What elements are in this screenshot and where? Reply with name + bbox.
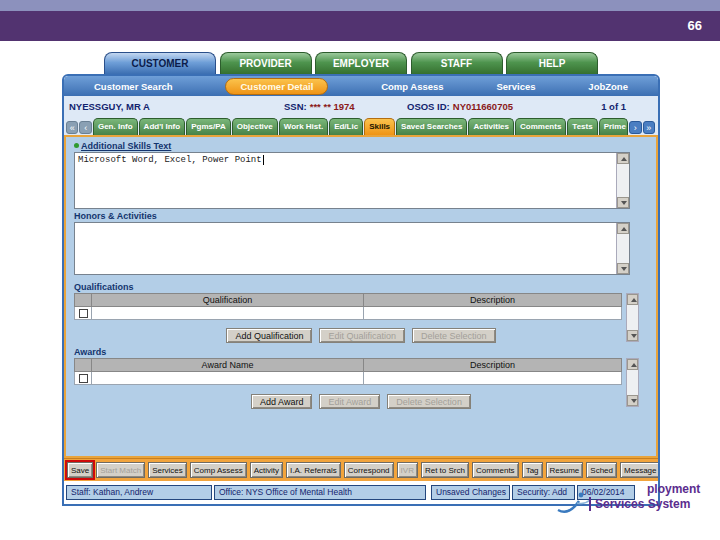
- scroll-up-icon[interactable]: [617, 223, 629, 234]
- subtab-gen-info[interactable]: Gen. Info: [93, 118, 138, 135]
- subtab-comments[interactable]: Comments: [515, 118, 566, 135]
- scroll-down-icon[interactable]: [617, 263, 629, 274]
- qual-description-column-header: Description: [364, 293, 622, 307]
- edit-award-button: Edit Award: [319, 394, 380, 409]
- subtab-first-icon[interactable]: «: [66, 121, 78, 134]
- scroll-up-icon[interactable]: [617, 153, 629, 164]
- subtab-ed-lic[interactable]: Ed/Lic: [329, 118, 363, 135]
- save-button[interactable]: Save: [67, 462, 93, 478]
- subtab-work-hist[interactable]: Work Hist.: [279, 118, 328, 135]
- customer-name: NYESSGUY, MR A: [69, 101, 284, 112]
- tag-button[interactable]: Tag: [522, 462, 543, 478]
- table-row-select-cell: [74, 307, 92, 320]
- detail-subtab-bar: « ‹ Gen. Info Add'l Info Pgms/PA Objecti…: [64, 116, 658, 135]
- textarea-scrollbar[interactable]: [616, 153, 629, 208]
- award-name-column-header: Award Name: [92, 358, 364, 372]
- add-award-button[interactable]: Add Award: [251, 394, 312, 409]
- nav-services[interactable]: Services: [496, 81, 535, 92]
- status-unsaved-changes: Unsaved Changes: [431, 485, 510, 500]
- delete-qualification-button: Delete Selection: [412, 328, 496, 343]
- resume-button[interactable]: Resume: [546, 462, 584, 478]
- table-scrollbar[interactable]: [626, 293, 639, 342]
- awards-table: Award Name Description: [74, 358, 622, 385]
- tab-staff[interactable]: STAFF: [411, 52, 503, 74]
- scroll-down-icon[interactable]: [627, 395, 638, 406]
- qual-name-cell[interactable]: [92, 307, 364, 320]
- subtab-objective[interactable]: Objective: [232, 118, 278, 135]
- slide-page-number: 66: [688, 18, 702, 33]
- osos-application-window: CUSTOMER PROVIDER EMPLOYER STAFF HELP Cu…: [62, 52, 660, 506]
- add-qualification-button[interactable]: Add Qualification: [226, 328, 312, 343]
- subtab-last-icon[interactable]: »: [643, 121, 655, 134]
- subtab-skills[interactable]: Skills: [364, 118, 395, 135]
- qualifications-table: Qualification Description: [74, 293, 622, 320]
- textarea-scrollbar[interactable]: [616, 223, 629, 274]
- table-row-select-cell: [74, 372, 92, 385]
- qualification-buttons: Add Qualification Edit Qualification Del…: [66, 328, 656, 343]
- return-to-search-button[interactable]: Ret to Srch: [421, 462, 469, 478]
- scroll-down-icon[interactable]: [627, 330, 638, 341]
- award-select-column-header: [74, 358, 92, 372]
- customer-ssn: SSN:*** ** 1974: [284, 101, 389, 112]
- slide: 66 CUSTOMER PROVIDER EMPLOYER STAFF HELP…: [0, 0, 720, 540]
- tab-help[interactable]: HELP: [506, 52, 598, 74]
- start-match-button: Start Match: [96, 462, 145, 478]
- row-checkbox[interactable]: [79, 309, 88, 318]
- tab-provider[interactable]: PROVIDER: [220, 52, 312, 74]
- table-scrollbar[interactable]: [626, 358, 639, 407]
- award-buttons: Add Award Edit Award Delete Selection: [66, 394, 656, 409]
- honors-activities-label: Honors & Activities: [74, 211, 656, 221]
- scroll-up-icon[interactable]: [627, 359, 638, 370]
- subtab-saved-searches[interactable]: Saved Searches: [396, 118, 467, 135]
- required-field-icon: [74, 143, 79, 148]
- comp-assess-button[interactable]: Comp Assess: [190, 462, 247, 478]
- services-button[interactable]: Services: [148, 462, 187, 478]
- status-office: Office: NYS Office of Mental Health: [214, 485, 426, 500]
- award-description-cell[interactable]: [364, 372, 622, 385]
- text-caret: [263, 155, 264, 165]
- subtab-prev-icon[interactable]: ‹: [79, 121, 91, 134]
- subtab-activities[interactable]: Activities: [468, 118, 514, 135]
- subtab-pgms-pa[interactable]: Pgms/PA: [186, 118, 231, 135]
- awards-label: Awards: [74, 347, 656, 357]
- edit-qualification-button: Edit Qualification: [319, 328, 405, 343]
- module-nav-bar: Customer Search Customer Detail Comp Ass…: [64, 76, 658, 96]
- action-toolbar: Save Start Match Services Comp Assess Ac…: [64, 458, 658, 481]
- activity-button[interactable]: Activity: [250, 462, 283, 478]
- additional-skills-textarea[interactable]: Microsoft Word, Excel, Power Point: [74, 152, 630, 209]
- slide-header-bar: 66: [0, 11, 720, 41]
- honors-activities-textarea[interactable]: [74, 222, 630, 275]
- qual-select-column-header: [74, 293, 92, 307]
- additional-skills-label: Additional Skills Text: [74, 141, 656, 151]
- award-description-column-header: Description: [364, 358, 622, 372]
- nav-comp-assess[interactable]: Comp Assess: [381, 81, 443, 92]
- message-button[interactable]: Message: [620, 462, 660, 478]
- status-staff: Staff: Kathan, Andrew: [66, 485, 212, 500]
- qual-description-cell[interactable]: [364, 307, 622, 320]
- scroll-up-icon[interactable]: [627, 294, 638, 305]
- tab-customer[interactable]: CUSTOMER: [104, 52, 216, 74]
- main-tab-bar: CUSTOMER PROVIDER EMPLOYER STAFF HELP: [62, 52, 660, 74]
- nav-jobzone[interactable]: JobZone: [588, 81, 628, 92]
- tab-employer[interactable]: EMPLOYER: [315, 52, 407, 74]
- correspond-button[interactable]: Correspond: [344, 462, 394, 478]
- row-checkbox[interactable]: [79, 374, 88, 383]
- customer-osos-id: OSOS ID:NY011660705: [407, 101, 582, 112]
- scroll-down-icon[interactable]: [617, 197, 629, 208]
- subtab-next-icon[interactable]: ›: [629, 121, 641, 134]
- ia-referrals-button[interactable]: I.A. Referrals: [286, 462, 341, 478]
- osos-logo-text-bottom: Services System: [589, 497, 690, 511]
- qual-column-header: Qualification: [92, 293, 364, 307]
- comments-button[interactable]: Comments: [472, 462, 519, 478]
- subtab-addl-info[interactable]: Add'l Info: [139, 118, 186, 135]
- sched-button[interactable]: Sched: [586, 462, 617, 478]
- subtab-prime[interactable]: Prime: [599, 118, 628, 135]
- nav-customer-detail[interactable]: Customer Detail: [225, 78, 328, 95]
- subtab-tests[interactable]: Tests: [567, 118, 597, 135]
- nav-customer-search[interactable]: Customer Search: [94, 81, 173, 92]
- delete-award-button: Delete Selection: [387, 394, 471, 409]
- customer-info-bar: NYESSGUY, MR A SSN:*** ** 1974 OSOS ID:N…: [64, 96, 658, 116]
- window-frame: Customer Search Customer Detail Comp Ass…: [62, 74, 660, 506]
- slide-top-accent-bar: [0, 0, 720, 11]
- award-name-cell[interactable]: [92, 372, 364, 385]
